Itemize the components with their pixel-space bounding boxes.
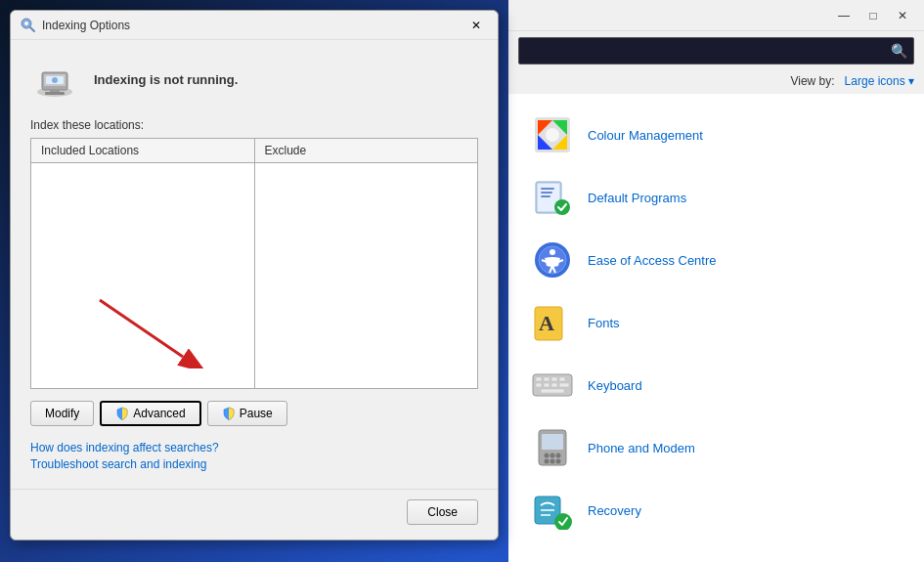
- close-button[interactable]: Close: [407, 499, 478, 525]
- indexing-affect-searches-link[interactable]: How does indexing affect searches?: [30, 441, 478, 454]
- index-locations-label: Index these locations:: [30, 118, 478, 132]
- cp-item-colour-management[interactable]: Colour Management: [523, 104, 909, 166]
- viewby-current: Large icons: [845, 74, 905, 88]
- svg-rect-18: [536, 377, 542, 381]
- phone-modem-icon: [529, 424, 576, 471]
- cp-search-bar: 🔍: [508, 31, 924, 70]
- dialog-titlebar: Indexing Options ✕: [11, 11, 498, 40]
- advanced-label: Advanced: [133, 407, 185, 420]
- viewby-label: View by:: [790, 74, 834, 88]
- cp-item-ease-of-access-label: Ease of Access Centre: [588, 253, 717, 268]
- svg-point-33: [550, 459, 555, 464]
- fonts-icon: A: [529, 299, 576, 346]
- locations-body: [31, 163, 477, 388]
- indexing-options-icon: [21, 18, 36, 33]
- viewby-chevron: ▾: [908, 74, 914, 88]
- advanced-button[interactable]: Advanced: [100, 401, 200, 426]
- svg-point-1: [546, 128, 559, 142]
- svg-point-10: [550, 249, 555, 255]
- keyboard-icon: [529, 362, 576, 409]
- cp-item-keyboard-label: Keyboard: [588, 378, 642, 393]
- cp-item-recovery[interactable]: Recovery: [523, 479, 909, 541]
- svg-line-38: [30, 27, 34, 31]
- svg-rect-5: [541, 192, 552, 194]
- dialog-title-text: Indexing Options: [42, 19, 130, 32]
- svg-rect-26: [541, 389, 564, 393]
- cp-item-phone-modem[interactable]: Phone and Modem: [523, 416, 909, 479]
- dialog-close-button[interactable]: ✕: [464, 14, 488, 37]
- colour-management-icon: [529, 111, 576, 158]
- included-locations-list: [31, 163, 255, 388]
- svg-rect-20: [551, 377, 557, 381]
- indexing-status-text: Indexing is not running.: [94, 72, 238, 87]
- cp-item-keyboard[interactable]: Keyboard: [523, 354, 909, 416]
- advanced-shield-icon: [115, 407, 129, 420]
- svg-point-31: [556, 454, 561, 458]
- pause-button[interactable]: Pause: [207, 401, 287, 426]
- svg-point-7: [554, 199, 570, 215]
- exclude-header: Exclude: [255, 139, 478, 162]
- dialog-overlay: Indexing Options ✕: [0, 0, 508, 562]
- cp-minimize-button[interactable]: —: [830, 6, 858, 25]
- cp-item-phone-modem-label: Phone and Modem: [588, 441, 695, 455]
- svg-rect-4: [541, 188, 554, 190]
- btn-group-left: Modify Advanced Pause: [30, 401, 287, 426]
- cp-item-default-programs[interactable]: Default Programs: [523, 166, 909, 229]
- control-panel-window: — □ ✕ 🔍 View by: Large icons ▾: [508, 0, 924, 562]
- svg-rect-21: [559, 377, 565, 381]
- dialog-links: How does indexing affect searches? Troub…: [30, 441, 478, 474]
- modify-button[interactable]: Modify: [30, 401, 94, 426]
- svg-rect-23: [544, 383, 550, 387]
- cp-items-area: Colour Management Default Programs: [508, 94, 924, 562]
- dialog-bottom: Close: [11, 489, 498, 540]
- svg-point-34: [556, 459, 561, 464]
- svg-rect-25: [559, 383, 569, 387]
- dialog-content: Indexing is not running. Index these loc…: [11, 40, 498, 489]
- cp-titlebar-buttons: — □ ✕: [830, 6, 916, 25]
- cp-search-box[interactable]: 🔍: [518, 37, 914, 65]
- cp-titlebar: — □ ✕: [508, 0, 924, 31]
- locations-table: Included Locations Exclude: [30, 138, 478, 389]
- locations-table-header: Included Locations Exclude: [31, 139, 477, 163]
- svg-rect-6: [541, 195, 550, 197]
- cp-item-recovery-label: Recovery: [588, 503, 641, 518]
- svg-point-30: [550, 454, 555, 458]
- cp-item-fonts[interactable]: A Fonts: [523, 291, 909, 354]
- cp-maximize-button[interactable]: □: [859, 6, 887, 25]
- svg-rect-28: [542, 434, 563, 450]
- cp-item-colour-management-label: Colour Management: [588, 128, 703, 143]
- troubleshoot-link[interactable]: Troubleshoot search and indexing: [30, 457, 478, 471]
- indexing-header: Indexing is not running.: [30, 55, 478, 104]
- excluded-locations-list: [255, 163, 478, 388]
- svg-point-29: [545, 454, 550, 458]
- svg-point-39: [24, 22, 28, 25]
- search-icon: 🔍: [891, 43, 907, 59]
- cp-item-ease-of-access[interactable]: Ease of Access Centre: [523, 229, 909, 291]
- svg-point-32: [545, 459, 550, 464]
- included-locations-header: Included Locations: [31, 139, 255, 162]
- svg-rect-24: [551, 383, 557, 387]
- dialog-title-group: Indexing Options: [21, 18, 130, 33]
- cp-item-default-programs-label: Default Programs: [588, 191, 686, 205]
- svg-rect-46: [45, 92, 65, 95]
- pause-label: Pause: [240, 407, 273, 420]
- svg-text:A: A: [539, 311, 554, 335]
- cp-viewby: View by: Large icons ▾: [508, 70, 924, 94]
- recovery-icon: [529, 487, 576, 534]
- ease-of-access-icon: [529, 237, 576, 283]
- indexing-status-icon: [30, 55, 79, 104]
- cp-item-fonts-label: Fonts: [588, 316, 620, 330]
- svg-point-44: [52, 77, 58, 83]
- svg-rect-19: [544, 377, 550, 381]
- cp-close-button[interactable]: ✕: [889, 6, 916, 25]
- pause-shield-icon: [222, 407, 236, 420]
- viewby-dropdown[interactable]: Large icons ▾: [845, 74, 914, 88]
- indexing-options-dialog: Indexing Options ✕: [10, 10, 499, 540]
- dialog-action-buttons: Modify Advanced Pause: [30, 401, 478, 431]
- default-programs-icon: [529, 174, 576, 221]
- svg-rect-22: [536, 383, 542, 387]
